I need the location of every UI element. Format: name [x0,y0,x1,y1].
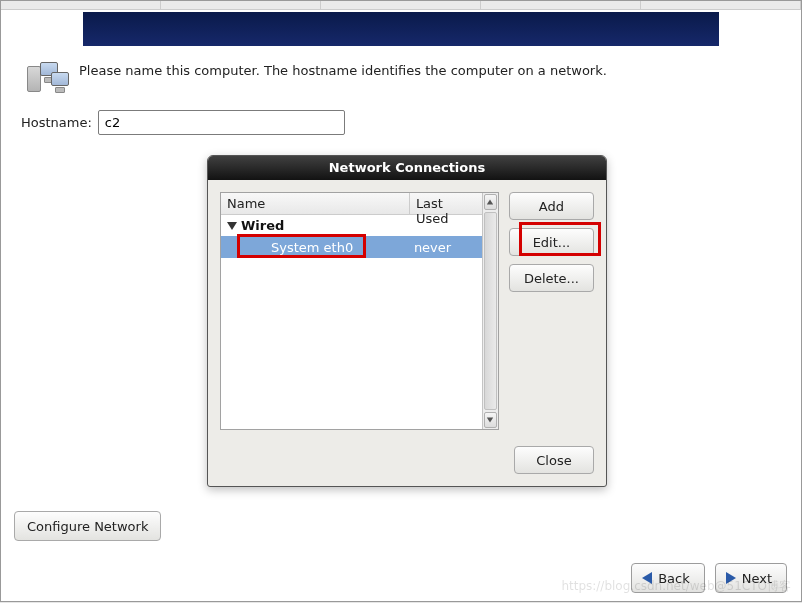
scroll-up-button[interactable] [484,194,497,210]
wizard-nav: Back Next [631,563,787,593]
installer-window: Please name this computer. The hostname … [0,0,802,602]
banner [83,12,719,46]
connection-name: System eth0 [221,240,410,255]
list-scrollbar[interactable] [482,193,498,429]
arrow-right-icon [726,572,736,584]
network-connections-dialog: Network Connections Name Last Used Wired… [207,155,607,487]
top-tab-strip [1,1,801,10]
computers-icon [27,62,69,100]
hostname-row: Hostname: [21,110,801,135]
next-button[interactable]: Next [715,563,787,593]
column-last-used[interactable]: Last Used [410,193,482,214]
dialog-side-buttons: Add Edit... Delete... [509,192,594,430]
hostname-label: Hostname: [21,115,92,130]
connections-list[interactable]: Name Last Used Wired System eth0 never [220,192,499,430]
next-label: Next [742,571,772,586]
close-button[interactable]: Close [514,446,594,474]
group-wired[interactable]: Wired [221,215,482,236]
configure-network-button[interactable]: Configure Network [14,511,161,541]
scroll-down-button[interactable] [484,412,497,428]
delete-button[interactable]: Delete... [509,264,594,292]
hostname-input[interactable] [98,110,345,135]
dialog-title: Network Connections [208,156,606,180]
svg-marker-1 [487,418,493,423]
expander-icon[interactable] [227,222,237,230]
intro-text: Please name this computer. The hostname … [79,62,607,80]
arrow-left-icon [642,572,652,584]
svg-marker-0 [487,200,493,205]
back-label: Back [658,571,690,586]
intro-section: Please name this computer. The hostname … [27,62,801,100]
scroll-thumb[interactable] [484,212,497,410]
connection-row-selected[interactable]: System eth0 never [221,236,482,258]
add-button[interactable]: Add [509,192,594,220]
group-label: Wired [241,218,284,233]
connection-last-used: never [410,240,482,255]
column-name[interactable]: Name [221,193,410,214]
edit-button[interactable]: Edit... [509,228,594,256]
back-button[interactable]: Back [631,563,705,593]
list-header: Name Last Used [221,193,482,215]
